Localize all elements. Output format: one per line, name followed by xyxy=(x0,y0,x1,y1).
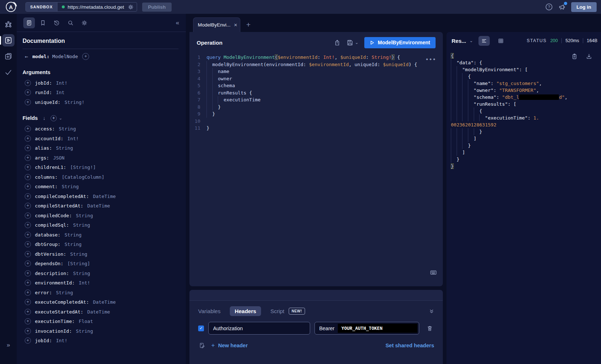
save-dropdown-chevron-icon[interactable]: ⌄ xyxy=(355,40,358,45)
rail-checks-icon[interactable] xyxy=(2,66,15,78)
download-response-icon[interactable] xyxy=(586,53,592,60)
endpoint-url[interactable]: https://metadata.cloud.get xyxy=(68,4,125,10)
add-field-to-query-icon[interactable]: + xyxy=(25,270,31,276)
history-icon[interactable] xyxy=(51,17,63,28)
add-field-to-query-icon[interactable]: + xyxy=(25,251,31,257)
doc-field-row[interactable]: +columns:[CatalogColumn] xyxy=(23,172,179,182)
add-field-to-query-icon[interactable]: + xyxy=(25,174,31,180)
tab-headers[interactable]: Headers xyxy=(230,306,261,316)
doc-field-row[interactable]: +invocationId:String xyxy=(23,326,179,336)
code-line[interactable]: 4owner xyxy=(189,75,443,82)
doc-field-row[interactable]: +description:String xyxy=(23,268,179,278)
collapse-bottom-panel-icon[interactable] xyxy=(428,308,435,315)
add-field-to-query-icon[interactable]: + xyxy=(25,232,31,238)
response-body[interactable]: {"data": {"modelByEnvironment": [{"name"… xyxy=(446,49,601,364)
add-field-to-query-icon[interactable]: + xyxy=(25,126,31,132)
doc-field-row[interactable]: +dbtGroup:String xyxy=(23,240,179,250)
code-line[interactable]: 7executionTime xyxy=(189,96,443,104)
add-field-to-query-icon[interactable]: + xyxy=(25,241,31,247)
add-type-icon[interactable]: + xyxy=(82,53,89,60)
apollo-logo[interactable]: A xyxy=(4,0,17,13)
operation-tab[interactable]: ModelByEnvi... ✕ xyxy=(193,17,240,32)
run-operation-button[interactable]: ModelByEnvironment xyxy=(364,37,436,48)
doc-field-row[interactable]: +args:JSON xyxy=(23,153,179,163)
tab-script[interactable]: Script xyxy=(271,308,284,314)
add-field-to-query-icon[interactable]: + xyxy=(25,164,31,170)
doc-field-row[interactable]: +compileStartedAt:DateTime xyxy=(23,201,179,211)
save-operation-icon[interactable] xyxy=(346,39,353,46)
doc-field-row[interactable]: +dbtVersion:String xyxy=(23,249,179,259)
back-arrow-icon[interactable]: ← xyxy=(25,53,28,60)
header-value-input[interactable]: Bearer YOUR_AUTH_TOKEN xyxy=(314,322,419,335)
keyboard-shortcuts-icon[interactable] xyxy=(430,269,437,276)
add-field-to-query-icon[interactable]: + xyxy=(25,290,31,296)
tab-variables[interactable]: Variables xyxy=(198,308,220,314)
code-line[interactable]: 3name xyxy=(189,68,443,75)
copy-response-icon[interactable] xyxy=(571,53,578,60)
add-field-to-query-icon[interactable]: + xyxy=(25,145,31,151)
doc-field-row[interactable]: +comment:String xyxy=(23,182,179,192)
header-enabled-checkbox[interactable]: ✓ xyxy=(198,325,204,331)
add-field-to-query-icon[interactable]: + xyxy=(25,80,31,86)
code-line[interactable]: 11} xyxy=(189,125,443,132)
set-shared-headers-link[interactable]: Set shared headers xyxy=(385,343,434,348)
auth-token-value[interactable]: YOUR_AUTH_TOKEN xyxy=(338,324,417,333)
login-button[interactable]: Log in xyxy=(571,2,597,12)
new-header-button[interactable]: + New header xyxy=(211,342,248,349)
docs-tab-icon[interactable] xyxy=(23,17,35,28)
code-line[interactable]: 1query ModelByEnvironment($environmentId… xyxy=(189,54,443,61)
add-all-fields-icon[interactable]: + xyxy=(51,115,57,121)
add-field-to-query-icon[interactable]: + xyxy=(25,155,31,161)
doc-field-row[interactable]: +compiledCode:String xyxy=(23,211,179,221)
panel-resize-handle[interactable] xyxy=(189,290,443,301)
help-icon[interactable]: ? xyxy=(545,3,553,11)
add-field-to-query-icon[interactable]: + xyxy=(25,280,31,286)
doc-field-row[interactable]: +accountId:Int! xyxy=(23,134,179,143)
doc-field-row[interactable]: +error:String xyxy=(23,288,179,298)
view-json-tree-icon[interactable] xyxy=(478,36,490,46)
add-field-to-query-icon[interactable]: + xyxy=(25,213,31,219)
code-line[interactable]: 8} xyxy=(189,104,443,111)
doc-field-row[interactable]: +database:String xyxy=(23,230,179,240)
add-field-to-query-icon[interactable]: + xyxy=(25,260,31,267)
bookmark-icon[interactable] xyxy=(37,17,49,28)
code-lines[interactable]: 1query ModelByEnvironment($environmentId… xyxy=(189,54,443,132)
doc-field-row[interactable]: +executeStartedAt:DateTime xyxy=(23,307,179,317)
doc-field-row[interactable]: +dependsOn:[String] xyxy=(23,259,179,269)
doc-field-row[interactable]: +runId:Int xyxy=(23,88,179,98)
code-line[interactable]: 2modelByEnvironment(environmentId: $envi… xyxy=(189,61,443,68)
add-field-to-query-icon[interactable]: + xyxy=(25,337,31,344)
share-operation-icon[interactable] xyxy=(334,39,341,46)
doc-field-row[interactable]: +alias:String xyxy=(23,143,179,153)
add-field-to-query-icon[interactable]: + xyxy=(25,99,31,105)
add-field-to-query-icon[interactable]: + xyxy=(25,203,31,209)
endpoint-settings-gear-icon[interactable] xyxy=(128,4,134,10)
delete-header-trash-icon[interactable] xyxy=(426,325,433,332)
rail-explorer-icon[interactable] xyxy=(2,34,15,46)
doc-field-row[interactable]: +compileCompletedAt:DateTime xyxy=(23,191,179,201)
announcements-megaphone-icon[interactable] xyxy=(558,3,566,11)
add-field-to-query-icon[interactable]: + xyxy=(25,309,31,315)
docs-settings-gear-icon[interactable] xyxy=(79,17,90,28)
doc-field-row[interactable]: +executeCompletedAt:DateTime xyxy=(23,298,179,307)
endpoint-url-box[interactable]: https://metadata.cloud.get xyxy=(57,3,137,11)
add-field-to-query-icon[interactable]: + xyxy=(25,299,31,305)
code-line[interactable]: 10 xyxy=(189,118,443,125)
doc-field-row[interactable]: +jobId:Int! xyxy=(23,78,179,88)
graphql-editor[interactable]: 1query ModelByEnvironment($environmentId… xyxy=(189,53,443,286)
add-field-to-query-icon[interactable]: + xyxy=(25,318,31,324)
close-tab-icon[interactable]: ✕ xyxy=(234,23,237,28)
add-field-to-query-icon[interactable]: + xyxy=(25,136,31,142)
doc-field-row[interactable]: +compiledSql:String xyxy=(23,221,179,230)
doc-field-row[interactable]: +executionTime:Float xyxy=(23,317,179,327)
publish-button[interactable]: Publish xyxy=(142,3,172,12)
add-field-to-query-icon[interactable]: + xyxy=(25,222,31,228)
rail-expand-icon[interactable]: » xyxy=(7,341,10,349)
code-line[interactable]: 5schema xyxy=(189,82,443,89)
doc-field-row[interactable]: +access:String xyxy=(23,124,179,134)
header-key-input[interactable] xyxy=(208,322,310,335)
sort-fields-icon[interactable]: ↓ xyxy=(43,115,45,121)
doc-field-row[interactable]: +environmentId:Int! xyxy=(23,278,179,288)
code-line[interactable]: 9} xyxy=(189,110,443,118)
add-fields-chevron-icon[interactable]: ⌄ xyxy=(59,116,62,121)
